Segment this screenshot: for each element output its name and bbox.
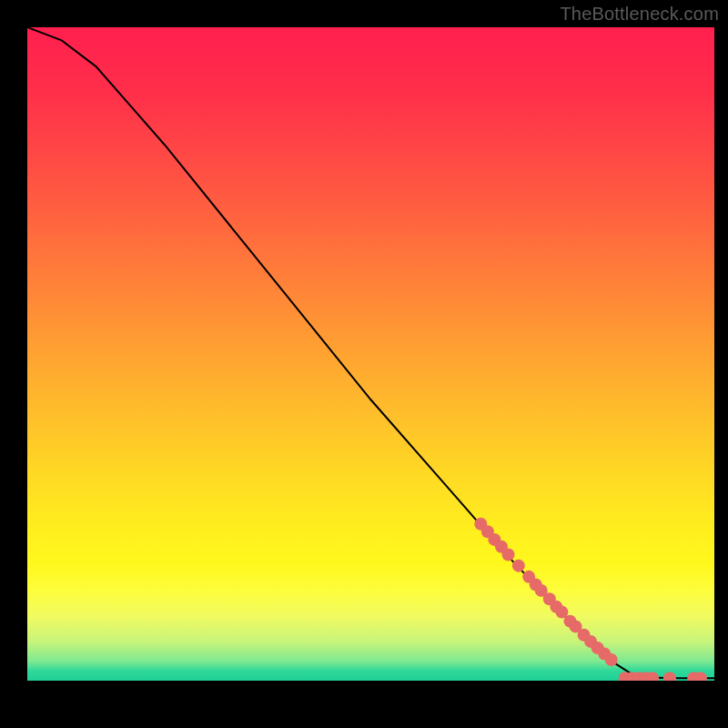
chart-marker (663, 672, 676, 681)
chart-overlay (27, 27, 714, 681)
chart-curve (27, 27, 714, 678)
chart-marker (502, 548, 515, 561)
watermark-label: TheBottleneck.com (560, 4, 719, 25)
chart-container: TheBottleneck.com (0, 0, 728, 728)
chart-marker (605, 653, 618, 666)
chart-marker (512, 560, 525, 572)
chart-markers (474, 518, 707, 681)
